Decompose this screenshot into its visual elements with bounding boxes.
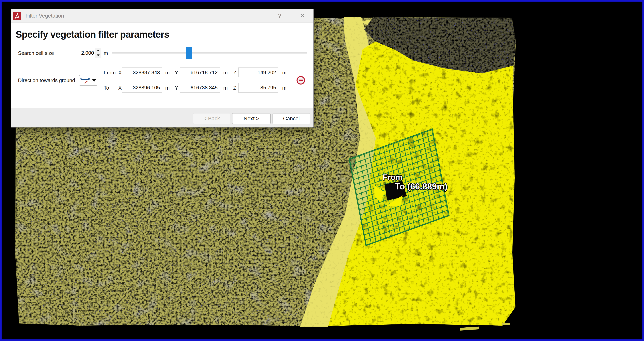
next-button[interactable]: Next >	[232, 113, 270, 124]
application-screen: From To (66.889m) Filter Vegetation ? ✕ …	[0, 0, 644, 341]
cell-size-slider-track[interactable]	[112, 52, 307, 54]
chevron-down-icon	[92, 79, 96, 82]
direction-label: Direction towards ground	[18, 77, 75, 83]
search-cell-size-label: Search cell size	[18, 50, 54, 56]
from-marker-label: From	[383, 173, 402, 182]
spin-down-icon	[97, 54, 100, 56]
to-x-input[interactable]	[122, 83, 162, 92]
spinner-buttons	[95, 48, 101, 58]
to-row-label: To	[104, 85, 109, 91]
app-logo-icon	[13, 12, 21, 20]
from-x-label: X	[118, 70, 122, 76]
to-y-label: Y	[175, 85, 178, 91]
close-icon[interactable]: ✕	[298, 11, 307, 20]
from-z-input[interactable]	[238, 67, 278, 77]
dialog-footer: < Back Next > Cancel	[11, 108, 314, 127]
remove-measurement-button[interactable]	[296, 76, 305, 85]
page-title: Specify vegetation filter parameters	[16, 29, 169, 40]
spin-up-icon	[97, 49, 100, 51]
from-z-unit: m	[282, 70, 286, 76]
spin-up-button[interactable]	[96, 48, 101, 53]
dropdown-caret-button[interactable]	[91, 79, 97, 82]
search-cell-size-input[interactable]	[81, 48, 95, 58]
to-x-unit: m	[165, 85, 170, 91]
from-y-label: Y	[175, 70, 178, 76]
filter-vegetation-dialog: Filter Vegetation ? ✕ Specify vegetation…	[11, 9, 314, 127]
from-y-unit: m	[223, 70, 228, 76]
from-x-input[interactable]	[122, 67, 162, 77]
spin-down-button[interactable]	[96, 53, 101, 58]
to-z-input[interactable]	[238, 83, 278, 92]
to-z-label: Z	[233, 85, 236, 91]
to-marker-label: To (66.889m)	[395, 182, 448, 191]
help-button[interactable]: ?	[275, 11, 284, 20]
search-cell-size-spinbox[interactable]	[81, 48, 101, 58]
dialog-titlebar[interactable]: Filter Vegetation ? ✕	[11, 9, 314, 23]
direction-line-icon	[80, 76, 91, 85]
from-row-label: From	[104, 70, 116, 76]
cancel-button[interactable]: Cancel	[272, 113, 310, 124]
to-y-unit: m	[223, 85, 228, 91]
back-button[interactable]: < Back	[193, 113, 230, 124]
to-y-input[interactable]	[180, 83, 220, 92]
dialog-title: Filter Vegetation	[26, 13, 64, 19]
from-y-input[interactable]	[180, 67, 220, 77]
from-z-label: Z	[233, 70, 236, 76]
cell-size-slider-handle[interactable]	[186, 47, 192, 59]
to-x-label: X	[118, 85, 122, 91]
from-x-unit: m	[165, 70, 170, 76]
direction-dropdown[interactable]	[79, 75, 97, 86]
to-z-unit: m	[282, 85, 286, 91]
search-unit-label: m	[104, 50, 108, 56]
